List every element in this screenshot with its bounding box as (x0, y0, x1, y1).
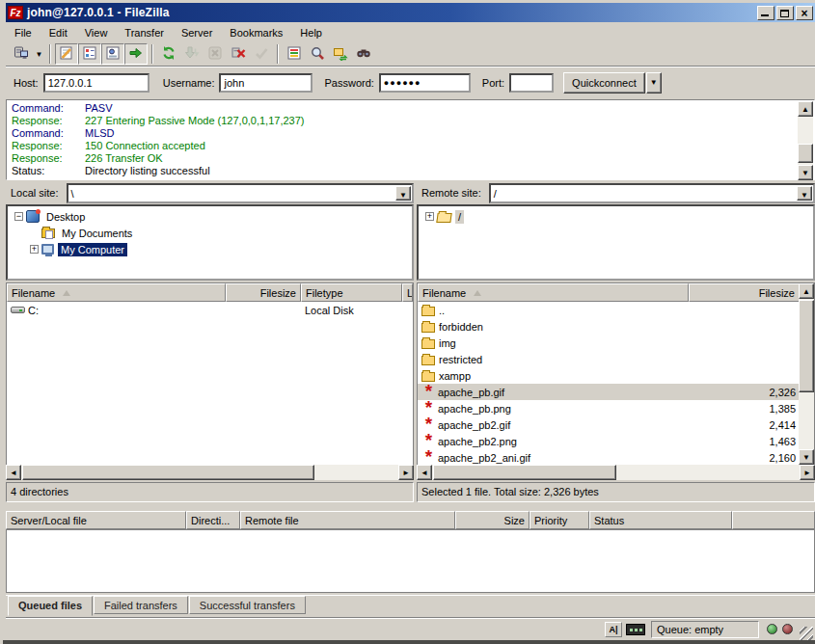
synchronized-browsing-button[interactable] (329, 43, 352, 65)
queue-column-priority[interactable]: Priority (530, 511, 589, 529)
minimize-button[interactable] (757, 6, 774, 20)
menu-transfer[interactable]: Transfer (116, 25, 173, 40)
column-header-l[interactable]: L (402, 283, 413, 302)
remote-site-combo[interactable]: / ▼ (489, 183, 815, 203)
scroll-up-icon[interactable]: ▲ (798, 101, 813, 117)
toggle-local-tree-button[interactable] (78, 43, 101, 65)
password-input[interactable] (379, 73, 471, 93)
tab-successful-transfers[interactable]: Successful transfers (189, 596, 306, 614)
remote-file-row[interactable]: apache_pb2.png1,463 (418, 433, 800, 449)
queue-column-blank[interactable] (732, 511, 815, 529)
menu-help[interactable]: Help (291, 25, 331, 40)
column-header-filetype[interactable]: Filetype (301, 283, 402, 302)
resize-grip[interactable] (800, 627, 813, 640)
queue-size-indicator: Queue: empty (651, 621, 759, 638)
menu-file[interactable]: File (6, 25, 41, 40)
expand-icon[interactable]: + (425, 212, 434, 221)
collapse-icon[interactable]: − (14, 212, 23, 221)
filter-button[interactable] (283, 43, 306, 65)
scroll-down-icon[interactable]: ▼ (799, 449, 814, 465)
toggle-log-button[interactable] (55, 43, 78, 65)
cancel-button[interactable] (204, 43, 227, 65)
speedlimits-icon[interactable] (626, 624, 645, 635)
log-line-label: Command: (12, 102, 85, 115)
remote-file-row[interactable]: restricted (418, 351, 800, 367)
process-queue-button[interactable] (180, 43, 204, 65)
menu-server[interactable]: Server (173, 25, 221, 40)
local-horizontal-scrollbar[interactable]: ◄ ► (6, 465, 414, 480)
remote-hscroll-thumb[interactable] (433, 465, 616, 480)
tab-failed-transfers[interactable]: Failed transfers (94, 596, 188, 614)
scroll-up-icon[interactable]: ▲ (799, 283, 814, 299)
quickconnect-dropdown-button[interactable]: ▼ (646, 72, 662, 94)
scroll-down-icon[interactable]: ▼ (798, 165, 813, 180)
queue-column-directi[interactable]: Directi... (186, 511, 240, 529)
menu-view[interactable]: View (76, 25, 117, 40)
local-tree-item[interactable]: −Desktop (8, 208, 412, 225)
remote-vertical-scrollbar[interactable]: ▲ ▼ (799, 283, 814, 465)
menu-edit[interactable]: Edit (41, 25, 76, 40)
remote-file-row[interactable]: xampp (418, 367, 800, 384)
remote-file-row[interactable]: .. (418, 302, 800, 318)
log-scroll-thumb[interactable] (798, 144, 813, 163)
scroll-left-icon[interactable]: ◄ (6, 465, 21, 480)
reconnect-button[interactable] (250, 43, 273, 65)
file-size-cell: 2,414 (689, 416, 800, 433)
queue-column-status[interactable]: Status (589, 511, 732, 529)
column-header-filesize[interactable]: Filesize (689, 283, 800, 302)
image-icon (421, 435, 436, 448)
chevron-down-icon[interactable]: ▼ (797, 186, 812, 201)
remote-file-row[interactable]: apache_pb.png1,385 (418, 400, 800, 416)
queue-column-label: Server/Local file (11, 515, 87, 526)
process-queue-icon (184, 45, 200, 63)
remote-file-row[interactable]: apache_pb.gif2,326 (418, 384, 800, 400)
remote-file-row[interactable]: forbidden (418, 318, 800, 335)
remote-horizontal-scrollbar[interactable]: ◄ ► (417, 465, 815, 480)
log-line: Command:PASV (12, 102, 798, 115)
close-button[interactable]: × (796, 6, 813, 20)
log-vertical-scrollbar[interactable]: ▲ ▼ (798, 101, 813, 180)
column-header-filename[interactable]: Filename (7, 283, 226, 302)
local-hscroll-thumb[interactable] (22, 465, 314, 480)
column-header-filename[interactable]: Filename (418, 283, 689, 302)
queue-column-serverlocalfile[interactable]: Server/Local file (6, 511, 186, 529)
remote-file-row[interactable]: apache_pb2_ani.gif2,160 (418, 449, 800, 465)
datatype-indicator-icon[interactable]: A| (605, 622, 622, 637)
window-bottom-edge (3, 640, 815, 644)
queue-column-remotefile[interactable]: Remote file (240, 511, 455, 529)
directory-comparison-button[interactable] (306, 43, 329, 65)
chevron-down-icon[interactable]: ▼ (395, 186, 411, 201)
port-input[interactable] (509, 73, 554, 93)
refresh-button[interactable] (157, 43, 180, 65)
expand-icon[interactable]: + (30, 245, 39, 254)
remote-tree-item[interactable]: +/ (419, 208, 813, 225)
local-file-row[interactable]: C:Local Disk (7, 302, 413, 318)
local-tree-item[interactable]: My Documents (8, 225, 412, 241)
tab-queued-files[interactable]: Queued files (8, 596, 93, 616)
scroll-left-icon[interactable]: ◄ (417, 465, 432, 480)
toggle-queue-button[interactable] (124, 43, 148, 65)
site-manager-button[interactable] (10, 43, 33, 65)
username-input[interactable] (219, 73, 312, 93)
column-header-filesize[interactable]: Filesize (226, 283, 301, 302)
remote-file-row[interactable]: img (418, 335, 800, 351)
disconnect-button[interactable] (227, 43, 250, 65)
find-files-button[interactable] (352, 43, 375, 65)
local-tree-item[interactable]: +My Computer (8, 241, 412, 257)
scroll-right-icon[interactable]: ► (800, 465, 815, 480)
local-site-combo[interactable]: \ ▼ (67, 183, 414, 203)
menu-bookmarks[interactable]: Bookmarks (221, 25, 291, 40)
sort-ascending-icon (63, 290, 70, 296)
remote-file-row[interactable]: apache_pb2.gif2,414 (418, 416, 800, 433)
host-input[interactable] (43, 73, 149, 93)
toggle-remote-tree-button[interactable] (101, 43, 124, 65)
scroll-right-icon[interactable]: ► (398, 465, 414, 480)
activity-led-green (767, 624, 777, 634)
queue-column-size[interactable]: Size (455, 511, 530, 529)
title-bar[interactable]: Fz john@127.0.0.1 - FileZilla × (6, 3, 815, 22)
site-manager-dropdown-button[interactable]: ▼ (33, 43, 45, 65)
maximize-button[interactable] (776, 6, 794, 20)
toggle-remote-tree-icon (105, 45, 121, 63)
quickconnect-button[interactable]: Quickconnect (563, 72, 645, 94)
remote-scroll-thumb[interactable] (799, 300, 814, 392)
